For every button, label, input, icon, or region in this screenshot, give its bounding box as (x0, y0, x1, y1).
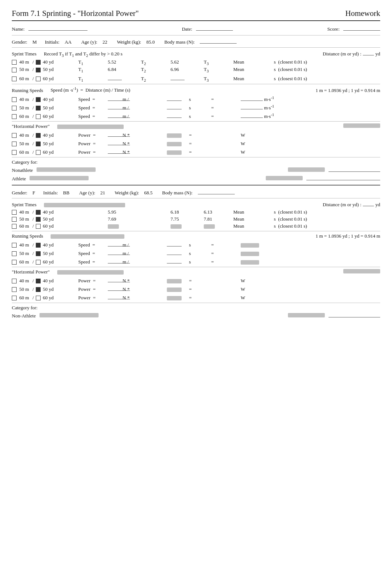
sr-left-s2-50: 50 m / 50 yd (12, 216, 78, 222)
cb-40m-s2[interactable] (12, 210, 17, 215)
cb-sp40m-s2[interactable] (12, 243, 17, 248)
speed-result-input-s1-60[interactable] (241, 112, 263, 118)
cb-60yd-s1[interactable] (36, 76, 41, 81)
name-date-score-row: Name: Date: Score: (12, 25, 380, 32)
speed-input2-s2-50[interactable] (167, 249, 182, 255)
cb-40m-s1[interactable] (12, 60, 17, 65)
speed-eq-s2-40: = (211, 242, 241, 248)
cb-sp50m-s2[interactable] (12, 251, 17, 256)
cb-60m-s1[interactable] (12, 76, 17, 81)
power-eq-s1-50: = (189, 141, 211, 147)
speed-s-s2-40: s (189, 242, 211, 248)
speed-s-s1-60: s (189, 113, 211, 119)
cb-sp60yd-s2[interactable] (36, 260, 41, 265)
sprint-row-s2-50: 50 m / 50 yd 7.69 7.75 7.81 Mean s (clos… (12, 216, 380, 222)
category-nonathlete-row-s1: Nonathlete (12, 166, 380, 173)
speed-row-s2-60: 60 m / 60 yd Speed = m / s = (12, 258, 380, 265)
speed-input2-s2-40[interactable] (167, 241, 182, 246)
power-blur-val-s2-40 (167, 279, 182, 283)
t2-val-s1-50: 6.96 (171, 67, 204, 72)
speed-label-s2-60: Speed = (78, 259, 108, 265)
cat-label-s2: Category for: (12, 305, 38, 310)
cb-50yd-s1[interactable] (36, 68, 41, 72)
initials-val-s1: AA (65, 39, 72, 45)
power-eq-s2-50: = (189, 286, 211, 292)
cb-50m-s1[interactable] (12, 68, 17, 72)
cb-sp50yd-s1[interactable] (36, 106, 41, 110)
cb-hp50yd-s1[interactable] (36, 142, 41, 146)
t2-input-s1-60[interactable] (171, 74, 185, 80)
cb-40yd-s2[interactable] (36, 210, 41, 215)
power-blur-s2-60 (167, 295, 189, 301)
category-for-s1: Category for: (12, 159, 380, 165)
cb-hp60m-s2[interactable] (12, 296, 17, 300)
running-speeds-header-s1: Running Speeds Speed (m ·s-1) = Distance… (12, 86, 380, 93)
speed-val1-s2-50 (108, 249, 123, 256)
cb-60yd-s2[interactable] (36, 224, 41, 229)
mean-note-s1-50: s (closest 0.01 s) (274, 67, 340, 72)
page-title: Form 7.1 Sprinting - "Horizontal Power" (12, 9, 139, 18)
speed-input2-s1-60[interactable] (167, 112, 182, 118)
speed-sval-s2-60 (167, 258, 189, 265)
speed-result-input-s1-50[interactable] (241, 103, 263, 109)
running-speeds-label-s1: Running Speeds (12, 88, 43, 93)
cat-athlete-field-s1[interactable] (306, 174, 380, 180)
cb-hp60yd-s1[interactable] (36, 150, 41, 155)
cb-60m-s2[interactable] (12, 224, 17, 229)
sprint-distance-input-s2[interactable] (363, 200, 374, 206)
cb-50yd-s2[interactable] (36, 217, 41, 222)
weight-label-s2: Weight (kg): (115, 190, 139, 196)
cb-hp40yd-s2[interactable] (36, 279, 41, 283)
speed-result-s1-60: m·s-1 (241, 112, 285, 119)
divider7 (12, 198, 380, 198)
speed-input2-s2-60[interactable] (167, 258, 182, 263)
speed-input2-s1-40[interactable] (167, 95, 182, 101)
speed-sval-s1-40 (167, 95, 189, 102)
name-input[interactable] (28, 25, 87, 31)
cb-hp40m-s2[interactable] (12, 279, 17, 283)
cb-40yd-s1[interactable] (36, 60, 41, 65)
cat-nonathlete-blur2-s1 (288, 167, 325, 172)
score-input[interactable] (343, 25, 380, 31)
cb-sp40m-s1[interactable] (12, 97, 17, 102)
cb-hp50m-s2[interactable] (12, 287, 17, 292)
cb-hp40m-s1[interactable] (12, 133, 17, 138)
cb-hp40yd-s1[interactable] (36, 133, 41, 138)
speed-result-s2-60 (241, 259, 285, 265)
cb-50m-s2[interactable] (12, 217, 17, 222)
sp-left-s1-50: 50 m / 50 yd (12, 105, 78, 111)
cb-hp60m-s1[interactable] (12, 150, 17, 155)
date-input[interactable] (196, 25, 233, 31)
speed-result-input-s1-40[interactable] (241, 95, 263, 101)
cb-sp50m-s1[interactable] (12, 106, 17, 110)
cb-hp60yd-s2[interactable] (36, 296, 41, 300)
speed-result-s2-50 (241, 251, 285, 256)
sprint-distance-input-s1[interactable] (363, 50, 374, 55)
hp-header-s1: "Horizontal Power" (12, 123, 380, 129)
speed-row-s2-40: 40 m / 40 yd Speed = m / s = (12, 241, 380, 248)
cat-nonathlete-field-s2[interactable] (329, 312, 380, 317)
running-speeds-formula-s2 (51, 233, 308, 239)
t1-val-s1-50: 6.84 (108, 67, 141, 72)
cb-sp60yd-s1[interactable] (36, 114, 41, 119)
t2-val-s2-40: 6.18 (171, 209, 204, 215)
cb-sp60m-s2[interactable] (12, 260, 17, 265)
t1-input-s1-60[interactable] (108, 74, 122, 80)
body-mass-input-s1[interactable] (200, 38, 237, 44)
cb-sp40yd-s1[interactable] (36, 97, 41, 102)
speed-eq-s1-60: = (211, 113, 241, 119)
sprint-row-s1-40: 40 m / 40 yd T1 5.52 T2 5.62 T3 Mean s (… (12, 59, 380, 66)
cat-nonathlete-field-s1[interactable] (329, 166, 380, 172)
cb-hp50m-s1[interactable] (12, 142, 17, 146)
cb-hp50yd-s2[interactable] (36, 287, 41, 292)
cb-sp60m-s1[interactable] (12, 114, 17, 119)
cb-sp50yd-s2[interactable] (36, 251, 41, 256)
divider8 (12, 231, 380, 231)
sp-left-s2-60: 60 m / 60 yd (12, 259, 78, 265)
cb-sp40yd-s2[interactable] (36, 243, 41, 248)
body-mass-input-s2[interactable] (198, 188, 235, 194)
power-val1-s1-40 (108, 131, 123, 138)
power-w-s2-50: W (241, 286, 285, 292)
speed-mper-s2-50: m / (123, 251, 167, 256)
speed-input2-s1-50[interactable] (167, 103, 182, 109)
